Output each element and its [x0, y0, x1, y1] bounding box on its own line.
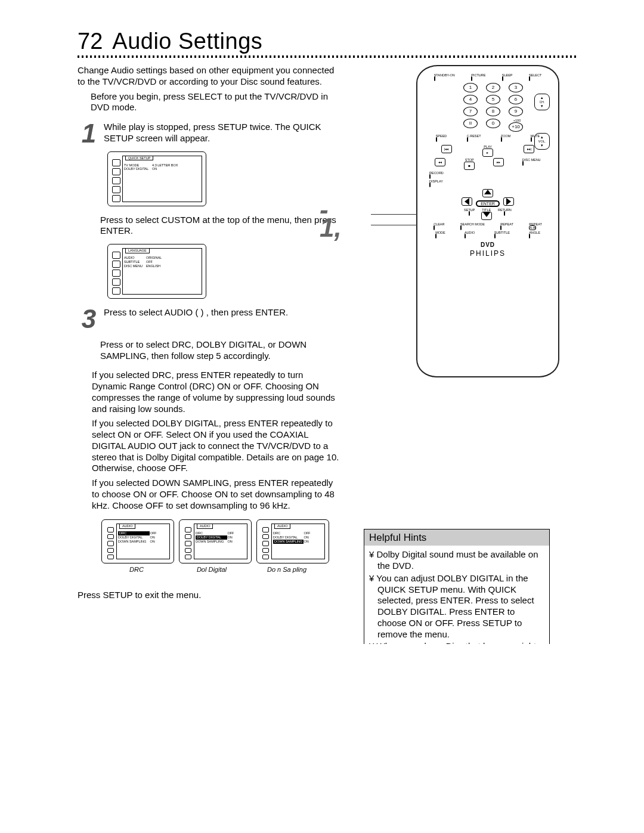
- btn-select-label: SELECT: [529, 73, 541, 77]
- btn-clear: [434, 225, 435, 230]
- btn-speed-label: SPEED: [436, 134, 447, 138]
- osd1-tab: QUICK SETUP: [125, 156, 153, 161]
- btn-stop: ■: [464, 162, 475, 170]
- osd-a2-r0c0: DRC: [196, 531, 227, 535]
- osd-a3-r2c0: DOWN SAMPLING: [273, 540, 304, 544]
- step-text-1: While play is stopped, press SETUP twice…: [78, 122, 340, 144]
- btn-subtitle-label: SUBTITLE: [494, 231, 510, 234]
- osd2-r0c1: ORIGINAL: [146, 256, 165, 260]
- step5-drc: If you selected DRC, press ENTER repeate…: [92, 370, 340, 414]
- btn-plus10: +10: [509, 122, 523, 132]
- osd1-r0c0: TV MODE: [124, 163, 152, 168]
- btn-sleep: [502, 76, 503, 81]
- step-exit: Press SETUP to exit the menu.: [78, 590, 340, 601]
- leader-line-1: [371, 214, 417, 215]
- nav-down-icon: [483, 212, 490, 217]
- btn-mute: [531, 137, 532, 142]
- btn-audio: [465, 234, 466, 239]
- header-rule: [78, 55, 578, 58]
- osd-a3-r2c1: ON: [304, 540, 314, 544]
- helpful-hints-title: Helpful Hints: [364, 529, 549, 546]
- dvd-logo: DVD: [422, 241, 553, 248]
- btn-num-4: 4: [463, 95, 478, 104]
- btn-num-6: 6: [509, 95, 523, 104]
- osd2-r2c1: ENGLISH: [146, 264, 165, 268]
- step-text-4: Press or to select DRC, DOLBY DIGITAL, o…: [78, 339, 340, 362]
- btn-prev-icon: |◂◂: [441, 145, 452, 153]
- btn-num-3: 3: [509, 83, 523, 92]
- page-title: Audio Settings: [112, 29, 262, 54]
- btn-num-0: 0: [486, 119, 500, 128]
- osd-a3-r0c0: DRC: [273, 531, 304, 535]
- osd-a2-r2c0: DOWN SAMPLING: [196, 540, 227, 544]
- btn-ff-icon: ▸▸: [493, 158, 504, 166]
- btn-num-5: 5: [486, 95, 500, 104]
- hint-1: Dolby Digital sound must be available on…: [369, 549, 544, 572]
- nav-left-icon: [465, 198, 469, 205]
- osd-a1-r1c0: DOLBY DIGITAL: [118, 535, 150, 540]
- osd-audio-drc: AUDIO DRCOFF DOLBY DIGITALON DOWN SAMPLI…: [101, 519, 174, 563]
- osd-a2-r0c1: OFF: [227, 531, 237, 535]
- osd-a1-r2c0: DOWN SAMPLING: [118, 540, 150, 544]
- btn-audio-label: AUDIO: [465, 231, 475, 234]
- osd-a3-r0c1: OFF: [304, 531, 314, 535]
- remote-control-illustration: STANDBY-ON PICTURE SLEEP SELECT ▴ CH. ▾ …: [416, 65, 559, 377]
- osd2-r0c0: AUDIO: [124, 256, 146, 260]
- btn-discmenu: [522, 161, 524, 166]
- btn-enter: ENTER: [476, 200, 500, 207]
- osd1-r1c0: DOLBY DIGITAL: [124, 167, 152, 171]
- caption-dolby: Dol Digital: [177, 566, 247, 574]
- btn-clear-label: CLEAR: [434, 222, 444, 226]
- osd-a2-r2c1: ON: [227, 540, 237, 544]
- btn-subtitle: [494, 234, 496, 239]
- step-text-2: Press to select CUSTOM at the top of the…: [78, 215, 340, 237]
- btn-record-label: RECORD: [429, 171, 444, 175]
- osd-audio-dolby: AUDIO DRCOFF DOLBY DIGITALON DOWN SAMPLI…: [179, 519, 252, 563]
- btn-picture: [471, 76, 472, 81]
- volume-rocker: ▴ VOL. ▾: [534, 133, 550, 150]
- btn-repeat-label: REPEAT: [500, 222, 513, 226]
- btn-rew-icon: ◂◂: [435, 158, 445, 166]
- osd2-r1c1: OFF: [146, 260, 165, 264]
- nav-right-icon: [506, 198, 511, 205]
- btn-play: ▸: [482, 148, 493, 157]
- btn-zoom: [501, 137, 502, 142]
- osd-a1-r0c0: DRC: [118, 531, 150, 535]
- btn-num-8: 8: [486, 107, 500, 116]
- nav-pad: ENTER SETUP TITLE RETURN: [461, 189, 515, 220]
- btn-num-9: 9: [509, 107, 523, 116]
- btn-standby: [434, 76, 435, 81]
- osd-a1-r2c1: ON: [150, 540, 160, 544]
- osd-a3-r1c0: DOLBY DIGITAL: [273, 535, 304, 540]
- page-number: 72: [78, 29, 103, 54]
- btn-num-1: 1: [463, 83, 478, 92]
- osd-audio-row: AUDIO DRCOFF DOLBY DIGITALON DOWN SAMPLI…: [101, 519, 340, 563]
- osd-audio-down: AUDIO DRCOFF DOLBY DIGITALON DOWN SAMPLI…: [256, 519, 329, 563]
- helpful-hints-box: Helpful Hints Dolby Digital sound must b…: [364, 529, 550, 644]
- osd1-r0c1: 4:3 LETTER BOX: [152, 163, 181, 168]
- btn-angle-label: ANGLE: [529, 231, 540, 234]
- osd-captions: DRC Dol Digital Do n Sa pling: [101, 566, 340, 574]
- osd-a2-r1c1: ON: [227, 535, 237, 540]
- osd-audio-tab-3: AUDIO: [274, 524, 290, 529]
- btn-num-7: 7: [463, 107, 478, 116]
- btn-num-ii: II: [463, 119, 478, 128]
- btn-mode-label: MODE: [435, 231, 445, 234]
- btn-discmenu-label: DISC MENU: [522, 158, 541, 162]
- step5-downsampling: If you selected DOWN SAMPLING, press ENT…: [92, 478, 340, 511]
- hint-3: When you play a Disc that has copyright …: [369, 641, 544, 644]
- btn-display-label: DISPLAY: [429, 179, 443, 183]
- osd1-r1c1: ON: [152, 167, 181, 171]
- step-number-3: 3: [78, 307, 100, 331]
- btn-setup: [469, 211, 470, 216]
- btn-angle: [529, 234, 530, 239]
- btn-creset: [467, 137, 468, 142]
- btn-repeat: [500, 225, 501, 230]
- brand-label: PHILIPS: [422, 249, 553, 258]
- hint-2: You can adjust DOLBY DIGITAL in the QUIC…: [369, 573, 544, 640]
- step-text-3: Press to select AUDIO ( ) , then press E…: [78, 307, 340, 318]
- intro-paragraph-1: Change Audio settings based on other equ…: [78, 65, 340, 88]
- plus100-label: +100: [509, 119, 525, 122]
- btn-search: [460, 225, 462, 230]
- step5-dolby: If you selected DOLBY DIGITAL, press ENT…: [92, 418, 340, 474]
